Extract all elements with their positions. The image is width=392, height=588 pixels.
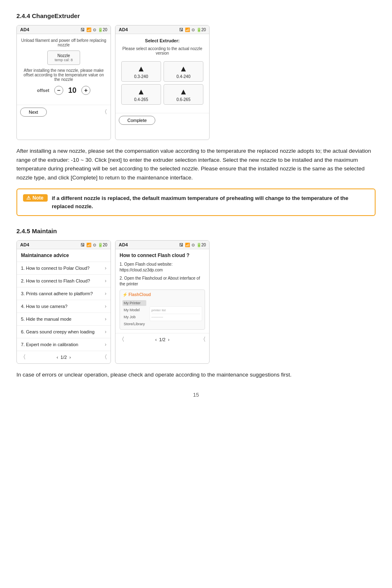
nozzle-04-265[interactable]: ▲ 0.4-265 (121, 84, 161, 105)
install-instruction: After installing the new nozzle, please … (20, 68, 107, 82)
maintain-icons-1: 🖫 📶 ⊙ 🔋20 (81, 243, 107, 247)
section-244-description: After installing a new nozzle, please se… (16, 147, 376, 182)
screens-row-244: AD4 🖫 📶 ⊙ 🔋20 Unload filament and power … (16, 25, 376, 140)
chevron-4: › (105, 303, 106, 309)
chevron-2: › (105, 278, 106, 284)
pagination-row-2: 〈 ‹ 1/2 › 〈 (115, 333, 209, 346)
chevron-1: › (105, 265, 106, 271)
nozzle-icon-4: ▲ (166, 87, 201, 96)
screen-244-2-footer: Complete (115, 113, 209, 127)
offset-plus-button[interactable]: + (81, 86, 90, 95)
camera-icon-m1: ⊙ (93, 243, 96, 247)
section-245: 2.4.5 Maintain AD4 🖫 📶 ⊙ 🔋20 Maintainanc… (16, 227, 376, 379)
save-icon: 🖫 (81, 28, 85, 32)
chevron-7: › (105, 342, 106, 347)
nozzle-icon-1: ▲ (123, 64, 159, 74)
prev-arrow-1[interactable]: ‹ (57, 355, 58, 360)
screen-244-1-body: Unload filament and power off before rep… (17, 34, 111, 103)
chevron-6: › (105, 329, 106, 335)
maintainance-header: Maintainance advice (17, 249, 111, 262)
nozzle-06-265[interactable]: ▲ 0.6-265 (164, 84, 203, 105)
maintain-icons-2: 🖫 📶 ⊙ 🔋20 (179, 243, 206, 247)
unload-message: Unload filament and power off before rep… (20, 38, 107, 47)
sidebar-item-my-model: My Model (122, 307, 146, 313)
save-icon-2: 🖫 (179, 28, 183, 32)
camera-icon-m2: ⊙ (191, 243, 195, 247)
battery-icon-2: 🔋20 (196, 28, 206, 32)
battery-icon-m1: 🔋20 (98, 243, 107, 247)
prev-page-1[interactable]: 〈 (20, 354, 26, 361)
maintain-item-4[interactable]: 4. How to use camera? › (17, 300, 111, 313)
maintain-device-1: AD4 (20, 242, 29, 247)
maintain-item-5[interactable]: 5. Hide the manual mode › (17, 313, 111, 326)
prev-arrow-2[interactable]: ‹ (155, 337, 157, 342)
flash-cloud-step-1: 1. Open Flash cloud website:https://clou… (120, 262, 205, 273)
camera-icon-2: ⊙ (191, 28, 195, 32)
section-245-title: 2.4.5 Maintain (16, 227, 376, 234)
select-extruder-title: Select Extruder: (119, 38, 206, 43)
flash-cloud-preview: ⚡ FlashCloud My Printer My Model My Job … (120, 289, 205, 330)
maintain-item-2[interactable]: 2. How to connect to Flash Cloud? › (17, 275, 111, 287)
nozzle-icon-2: ▲ (166, 64, 201, 74)
wifi-icon-m2: 📶 (185, 243, 190, 247)
maintain-item-6-text: 6. Gears sound creepy when loading (21, 329, 105, 334)
warning-icon: ⚠ (26, 195, 31, 201)
back-arrow-m2[interactable]: 〈 (200, 336, 206, 343)
nozzle-03-240[interactable]: ▲ 0.3-240 (121, 61, 161, 82)
next-button[interactable]: Next (20, 108, 47, 117)
maintain-item-7-text: 7. Expert mode in calibration (21, 342, 105, 347)
offset-label: offset (37, 88, 49, 93)
nozzle-sub: temp cal: 8 (50, 58, 77, 62)
wifi-icon-m1: 📶 (86, 243, 91, 247)
sidebar-item-my-job: My Job (122, 314, 146, 320)
maintain-item-5-text: 5. Hide the manual mode (21, 317, 105, 322)
battery-icon: 🔋20 (98, 28, 107, 32)
screen-244-2-body: Select Extruder: Please select according… (115, 34, 209, 111)
prev-page-2[interactable]: 〈 (119, 336, 125, 343)
maintain-item-3[interactable]: 3. Prints cannot adhere to platform? › (17, 287, 111, 300)
page-number-1: 1/2 (60, 355, 67, 360)
section-244-title: 2.4.4 ChangeExtruder (16, 12, 376, 19)
maintain-item-1-text: 1. How to connect to Polar Cloud? (21, 266, 105, 271)
nozzle-box: Nozzle temp cal: 8 (47, 51, 80, 65)
screen-244-2: AD4 🖫 📶 ⊙ 🔋20 Select Extruder: Please se… (115, 25, 210, 140)
maintain-screen-2: AD4 🖫 📶 ⊙ 🔋20 How to connect Flash cloud… (115, 240, 210, 364)
nozzle-grid: ▲ 0.3-240 ▲ 0.4-240 ▲ 0.4-265 ▲ 0.6-265 (119, 59, 206, 107)
screen-icons-1: 🖫 📶 ⊙ 🔋20 (81, 28, 107, 32)
flash-cloud-sidebar: My Printer My Model My Job Store/Library (122, 300, 146, 327)
wifi-icon-2: 📶 (185, 28, 190, 32)
nozzle-icon-3: ▲ (123, 87, 159, 96)
select-extruder-subtitle: Please select according to the actual no… (119, 46, 206, 55)
offset-row: offset − 10 + (20, 86, 107, 95)
section-244: 2.4.4 ChangeExtruder AD4 🖫 📶 ⊙ 🔋20 Unloa… (16, 12, 376, 216)
nozzle-label-3: 0.4-265 (134, 97, 148, 102)
page-number-footer: 15 (193, 392, 199, 398)
save-icon-m1: 🖫 (81, 243, 85, 247)
next-arrow-2[interactable]: › (168, 337, 170, 342)
screen-244-1-footer: Next 〈 (17, 105, 111, 119)
flash-cloud-content: How to connect Flash cloud ? 1. Open Fla… (115, 249, 209, 333)
note-box-244: ⚠ Note if a different nozzle is replaced… (16, 188, 376, 216)
maintain-item-7[interactable]: 7. Expert mode in calibration › (17, 338, 111, 351)
battery-icon-m2: 🔋20 (196, 243, 206, 247)
next-arrow-1[interactable]: › (69, 355, 71, 360)
flash-cloud-step-2: 2. Open the Flashcloud or About interfac… (120, 276, 205, 287)
wifi-icon: 📶 (86, 28, 91, 32)
pagination-row-1: 〈 ‹ 1/2 › 〈 (17, 351, 111, 363)
nozzle-label-2: 0.4-240 (177, 74, 191, 79)
flash-cloud-title: How to connect Flash cloud ? (120, 253, 205, 258)
back-arrow-m1[interactable]: 〈 (101, 354, 107, 361)
maintain-screen-1-header: AD4 🖫 📶 ⊙ 🔋20 (17, 241, 111, 249)
back-arrow-1[interactable]: 〈 (101, 108, 107, 116)
screen-244-2-header: AD4 🖫 📶 ⊙ 🔋20 (115, 25, 209, 34)
nozzle-04-240[interactable]: ▲ 0.4-240 (164, 61, 203, 82)
screen-244-1: AD4 🖫 📶 ⊙ 🔋20 Unload filament and power … (16, 25, 111, 140)
note-text: if a different nozzle is replaced, the d… (52, 194, 369, 210)
maintain-list: 1. How to connect to Polar Cloud? › 2. H… (17, 262, 111, 351)
complete-button[interactable]: Complete (119, 116, 155, 125)
flash-cloud-main-panel: printer list ───── (150, 306, 202, 321)
maintain-item-1[interactable]: 1. How to connect to Polar Cloud? › (17, 262, 111, 275)
maintain-item-6[interactable]: 6. Gears sound creepy when loading › (17, 326, 111, 338)
nozzle-label: Nozzle (50, 53, 77, 58)
offset-minus-button[interactable]: − (54, 86, 63, 95)
